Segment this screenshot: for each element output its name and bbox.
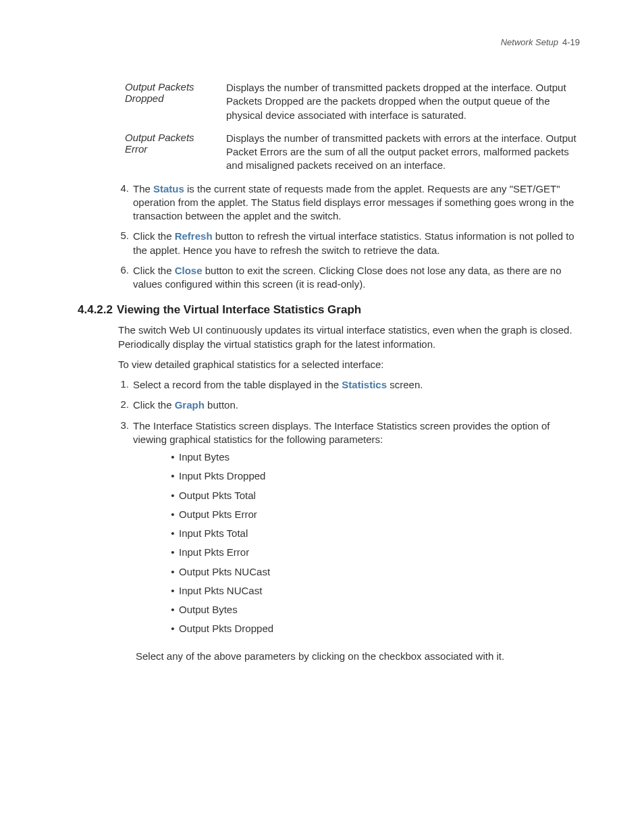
- bullet-icon: •: [167, 508, 179, 521]
- bullet-icon: •: [167, 546, 179, 559]
- definition-description: Displays the number of transmitted packe…: [226, 132, 580, 173]
- bullet-item: •Output Pkts Dropped: [167, 622, 580, 635]
- bullet-text: Input Bytes: [179, 450, 230, 464]
- intro-paragraph-2: To view detailed graphical statistics fo…: [118, 358, 580, 371]
- trailing-paragraph: Select any of the above parameters by cl…: [136, 650, 580, 663]
- page-header: Network Setup4-19: [501, 37, 580, 47]
- bullet-icon: •: [167, 489, 179, 502]
- definition-description: Displays the number of transmitted packe…: [226, 81, 580, 122]
- bullet-icon: •: [167, 527, 179, 540]
- section-number: 4.4.2.2: [78, 303, 117, 317]
- list-number: 1.: [118, 378, 133, 392]
- intro-paragraph-1: The switch Web UI continuously updates i…: [118, 323, 580, 351]
- list-number: 2.: [118, 398, 133, 412]
- bullet-text: Output Bytes: [179, 603, 238, 617]
- keyword-status: Status: [153, 183, 184, 194]
- bullet-item: •Input Pkts Dropped: [167, 469, 580, 483]
- definition-term: Output Packets Error: [125, 132, 226, 173]
- bullet-text: Input Pkts NUCast: [179, 584, 262, 598]
- list-item: 1. Select a record from the table displa…: [118, 378, 580, 392]
- bullet-icon: •: [167, 565, 179, 579]
- keyword-graph: Graph: [175, 399, 205, 411]
- bullet-text: Output Pkts Dropped: [179, 622, 273, 635]
- definition-row: Output Packets Dropped Displays the numb…: [125, 81, 580, 122]
- list-item: 6. Click the Close button to exit the sc…: [118, 264, 580, 292]
- numbered-list-top: 4. The Status is the current state of re…: [118, 182, 580, 292]
- page-content: Output Packets Dropped Displays the numb…: [78, 81, 580, 663]
- bullet-text: Output Pkts Total: [179, 489, 256, 502]
- list-text: Click the Graph button.: [133, 398, 580, 412]
- bullet-item: •Input Pkts Error: [167, 546, 580, 559]
- list-item: 3. The Interface Statistics screen displ…: [118, 419, 580, 642]
- bullet-item: •Output Pkts NUCast: [167, 565, 580, 579]
- bullet-icon: •: [167, 603, 179, 617]
- bullet-icon: •: [167, 469, 179, 483]
- numbered-list-bottom: 1. Select a record from the table displa…: [118, 378, 580, 642]
- header-title: Network Setup: [501, 37, 558, 47]
- bullet-icon: •: [167, 450, 179, 464]
- bullet-text: Input Pkts Total: [179, 527, 248, 540]
- bullet-item: •Output Bytes: [167, 603, 580, 617]
- bullet-item: •Output Pkts Total: [167, 489, 580, 502]
- list-number: 6.: [118, 264, 133, 292]
- bullet-text: Input Pkts Dropped: [179, 469, 265, 483]
- bullet-text: Output Pkts NUCast: [179, 565, 270, 579]
- list-text: Click the Close button to exit the scree…: [133, 264, 580, 292]
- list-number: 4.: [118, 182, 133, 224]
- list-number: 5.: [118, 230, 133, 257]
- bullet-item: •Input Bytes: [167, 450, 580, 464]
- keyword-refresh: Refresh: [175, 230, 213, 242]
- bullet-icon: •: [167, 584, 179, 598]
- definition-term: Output Packets Dropped: [125, 81, 226, 122]
- list-number: 3.: [118, 419, 133, 642]
- keyword-close: Close: [175, 265, 203, 276]
- list-text: The Interface Statistics screen displays…: [133, 419, 580, 642]
- definition-table: Output Packets Dropped Displays the numb…: [125, 81, 580, 173]
- list-item: 4. The Status is the current state of re…: [118, 182, 580, 224]
- section-header: 4.4.2.2 Viewing the Virtual Interface St…: [78, 303, 580, 317]
- bullet-text: Output Pkts Error: [179, 508, 257, 521]
- bullet-item: •Input Pkts Total: [167, 527, 580, 540]
- keyword-statistics: Statistics: [342, 379, 387, 390]
- list-item: 2. Click the Graph button.: [118, 398, 580, 412]
- definition-row: Output Packets Error Displays the number…: [125, 132, 580, 173]
- bullet-list: •Input Bytes •Input Pkts Dropped •Output…: [167, 450, 580, 636]
- list-item: 5. Click the Refresh button to refresh t…: [118, 230, 580, 257]
- list-text: Click the Refresh button to refresh the …: [133, 230, 580, 257]
- bullet-item: •Input Pkts NUCast: [167, 584, 580, 598]
- list-text: The Status is the current state of reque…: [133, 182, 580, 224]
- bullet-item: •Output Pkts Error: [167, 508, 580, 521]
- bullet-text: Input Pkts Error: [179, 546, 249, 559]
- page-number: 4-19: [562, 37, 580, 47]
- list-text: Select a record from the table displayed…: [133, 378, 580, 392]
- bullet-icon: •: [167, 622, 179, 635]
- section-title: Viewing the Virtual Interface Statistics…: [117, 303, 361, 317]
